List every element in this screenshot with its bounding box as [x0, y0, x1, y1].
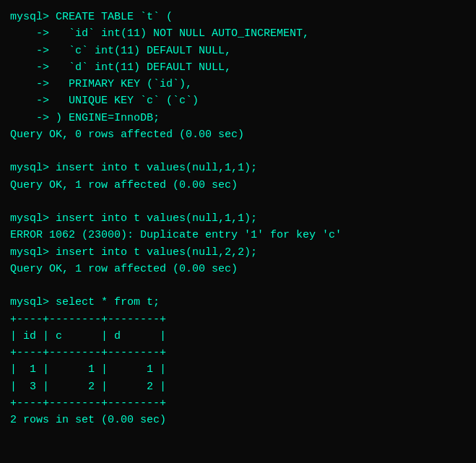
terminal-line: | 1 | 1 | 1 | [10, 361, 466, 378]
terminal-line: mysql> insert into t values(null,1,1); [10, 160, 466, 176]
terminal-line: mysql> insert into t values(null,1,1); [10, 210, 466, 227]
terminal-line: -> PRIMARY KEY (`id`), [10, 76, 466, 92]
terminal-line: +----+--------+--------+ [10, 345, 466, 361]
terminal-line: ERROR 1062 (23000): Duplicate entry '1' … [10, 227, 466, 243]
terminal-line [10, 194, 466, 210]
terminal-line: -> UNIQUE KEY `c` (`c`) [10, 92, 466, 109]
terminal-line: +----+--------+--------+ [10, 395, 466, 412]
terminal-line: mysql> CREATE TABLE `t` ( [10, 9, 466, 25]
terminal-line: Query OK, 1 row affected (0.00 sec) [10, 177, 466, 194]
terminal-line: | 3 | 2 | 2 | [10, 378, 466, 395]
terminal-line: -> `d` int(11) DEFAULT NULL, [10, 59, 466, 76]
terminal-line: -> `id` int(11) NOT NULL AUTO_INCREMENT, [10, 25, 466, 42]
terminal-line: | id | c | d | [10, 328, 466, 345]
terminal-line: 2 rows in set (0.00 sec) [10, 412, 466, 428]
terminal-line: +----+--------+--------+ [10, 311, 466, 328]
terminal-line: mysql> select * from t; [10, 294, 466, 311]
terminal-line: -> ) ENGINE=InnoDB; [10, 110, 466, 126]
terminal-line: -> `c` int(11) DEFAULT NULL, [10, 43, 466, 59]
terminal-line: mysql> insert into t values(null,2,2); [10, 244, 466, 261]
terminal-line [10, 143, 466, 160]
terminal-output: mysql> CREATE TABLE `t` ( -> `id` int(11… [10, 9, 466, 454]
terminal-line: Query OK, 1 row affected (0.00 sec) [10, 261, 466, 277]
terminal-line: Query OK, 0 rows affected (0.00 sec) [10, 126, 466, 143]
terminal-line [10, 277, 466, 294]
